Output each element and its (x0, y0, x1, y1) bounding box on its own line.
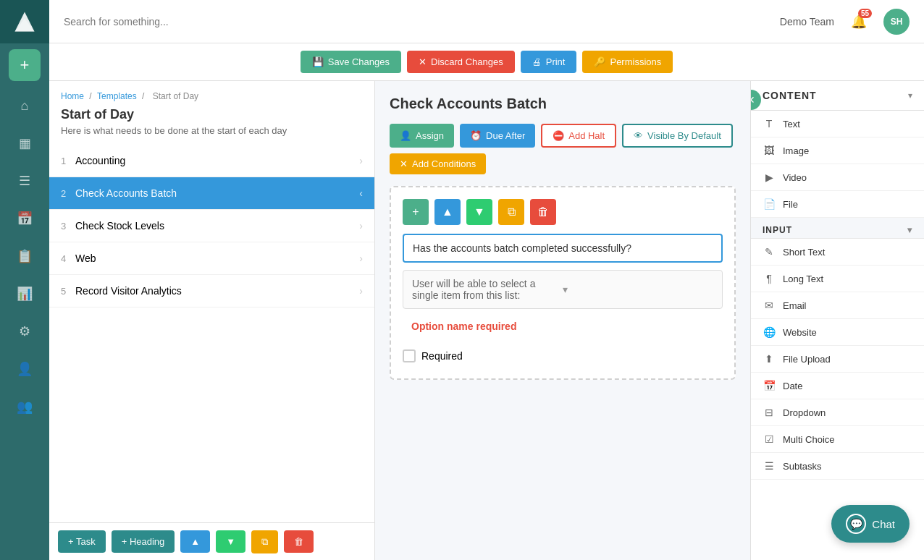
svg-marker-1 (15, 19, 35, 32)
required-row: Required (403, 345, 723, 367)
text-icon: T (763, 118, 776, 130)
due-after-button[interactable]: ⏰ Due After (460, 124, 535, 148)
copy-button[interactable]: ⧉ (251, 530, 278, 553)
list-nav-icon[interactable]: ☰ (9, 165, 41, 197)
task-item-5[interactable]: 5 Record Visitor Analytics › (49, 275, 374, 307)
card-down-button[interactable]: ▼ (466, 199, 492, 225)
search-input[interactable] (64, 16, 780, 27)
left-panel: Home / Templates / Start of Day Start of… (49, 81, 375, 560)
center-panel: Check Accounts Batch 👤 Assign ⏰ Due Afte… (375, 81, 750, 560)
select-row[interactable]: User will be able to select a single ite… (403, 270, 723, 309)
input-item-subtasks[interactable]: ☰ Subtasks (751, 453, 924, 480)
input-item-email[interactable]: ✉ Email (751, 292, 924, 319)
add-button[interactable]: + (9, 49, 41, 81)
task-item-3[interactable]: 3 Check Stock Levels › (49, 210, 374, 242)
content-item-video[interactable]: ▶ Video (751, 164, 924, 191)
input-section-header: INPUT ▾ (751, 218, 924, 239)
templates-breadcrumb[interactable]: Templates (97, 91, 137, 101)
task-item-1[interactable]: 1 Accounting › (49, 145, 374, 177)
notifications-button[interactable]: 🔔 55 (846, 9, 872, 35)
content-item-file[interactable]: 📄 File (751, 191, 924, 218)
discard-icon: ✕ (419, 56, 427, 67)
dashboard-nav-icon[interactable]: ▦ (9, 127, 41, 159)
notes-nav-icon[interactable]: 📋 (9, 240, 41, 272)
subtasks-icon: ☰ (763, 460, 776, 472)
chart-nav-icon[interactable]: 📊 (9, 278, 41, 310)
website-icon: 🌐 (763, 326, 776, 338)
calendar-nav-icon[interactable]: 📅 (9, 203, 41, 234)
right-panel-header: CONTENT ▾ (751, 81, 924, 111)
group-nav-icon[interactable]: 👥 (9, 391, 41, 423)
required-checkbox[interactable] (403, 349, 416, 362)
discard-changes-button[interactable]: ✕ Discard Changes (407, 51, 515, 73)
current-breadcrumb: Start of Day (153, 91, 198, 101)
chevron-right-icon: › (359, 155, 363, 166)
delete-button[interactable]: 🗑 (284, 530, 314, 553)
user-nav-icon[interactable]: 👤 (9, 353, 41, 385)
right-panel: ✕ CONTENT ▾ T Text 🖼 Image ▶ Video 📄 Fil… (750, 81, 924, 560)
dropdown-arrow-icon: ▾ (563, 284, 713, 295)
card-up-button[interactable]: ▲ (434, 199, 461, 225)
move-up-button[interactable]: ▲ (180, 530, 210, 553)
image-icon: 🖼 (763, 145, 776, 156)
right-panel-title: CONTENT (763, 90, 817, 101)
question-input[interactable] (403, 234, 723, 263)
date-icon: 📅 (763, 380, 776, 391)
avatar[interactable]: SH (883, 9, 910, 35)
notification-badge: 55 (858, 9, 872, 18)
email-icon: ✉ (763, 300, 776, 311)
assign-button[interactable]: 👤 Assign (390, 124, 454, 148)
option-error: Option name required (403, 315, 723, 338)
input-item-dropdown[interactable]: ⊟ Dropdown (751, 399, 924, 426)
logo (0, 0, 49, 43)
content-area: Home / Templates / Start of Day Start of… (49, 81, 924, 560)
panel-title: Start of Day (49, 104, 374, 125)
save-changes-button[interactable]: 💾 Save Changes (301, 51, 401, 73)
input-item-short-text[interactable]: ✎ Short Text (751, 239, 924, 266)
add-task-button[interactable]: + Task (58, 530, 106, 553)
file-upload-icon: ⬆ (763, 353, 776, 365)
action-bar: 👤 Assign ⏰ Due After ⛔ Add Halt 👁 Visibl… (390, 124, 736, 174)
card-title: Check Accounts Batch (390, 96, 736, 112)
assign-icon: 👤 (400, 130, 411, 141)
eye-icon: 👁 (634, 130, 643, 141)
content-item-text[interactable]: T Text (751, 111, 924, 137)
chat-icon: 💬 (846, 514, 866, 534)
card-copy-button[interactable]: ⧉ (498, 199, 524, 225)
task-item-4[interactable]: 4 Web › (49, 242, 374, 275)
expand-icon[interactable]: ▾ (908, 90, 912, 101)
visible-by-default-button[interactable]: 👁 Visible By Default (622, 124, 733, 148)
settings-nav-icon[interactable]: ⚙ (9, 315, 41, 347)
long-text-icon: ¶ (763, 273, 776, 284)
topbar: Demo Team 🔔 55 SH (49, 0, 924, 43)
input-item-multi-choice[interactable]: ☑ Multi Choice (751, 426, 924, 453)
add-heading-button[interactable]: + Heading (112, 530, 175, 553)
input-item-file-upload[interactable]: ⬆ File Upload (751, 346, 924, 373)
content-item-image[interactable]: 🖼 Image (751, 137, 924, 164)
permissions-icon: 🔑 (594, 56, 605, 67)
chevron-right-icon: › (359, 285, 363, 297)
print-button[interactable]: 🖨 Print (521, 51, 577, 73)
card-toolbar: + ▲ ▼ ⧉ 🗑 (403, 199, 723, 225)
sidebar: + ⌂ ▦ ☰ 📅 📋 📊 ⚙ 👤 👥 (0, 0, 49, 560)
input-item-date[interactable]: 📅 Date (751, 373, 924, 399)
home-nav-icon[interactable]: ⌂ (9, 90, 41, 122)
chat-button[interactable]: 💬 Chat (831, 505, 910, 543)
card-delete-button[interactable]: 🗑 (530, 199, 556, 225)
add-conditions-button[interactable]: ✕ Add Conditions (390, 153, 486, 174)
add-halt-button[interactable]: ⛔ Add Halt (541, 124, 616, 148)
task-item-2[interactable]: 2 Check Accounts Batch ‹ (49, 177, 374, 210)
chevron-left-icon: ‹ (359, 187, 363, 199)
input-expand-icon[interactable]: ▾ (907, 225, 912, 235)
home-breadcrumb[interactable]: Home (61, 91, 84, 101)
print-icon: 🖨 (532, 56, 542, 67)
card-add-button[interactable]: + (403, 199, 429, 225)
move-down-button[interactable]: ▼ (216, 530, 245, 553)
content-card: + ▲ ▼ ⧉ 🗑 User will be able to select a … (390, 186, 736, 380)
permissions-button[interactable]: 🔑 Permissions (582, 51, 673, 73)
task-list: 1 Accounting › 2 Check Accounts Batch ‹ … (49, 145, 374, 522)
action-toolbar: 💾 Save Changes ✕ Discard Changes 🖨 Print… (49, 43, 924, 81)
input-item-website[interactable]: 🌐 Website (751, 319, 924, 346)
chevron-right-icon: › (359, 220, 363, 232)
input-item-long-text[interactable]: ¶ Long Text (751, 266, 924, 292)
